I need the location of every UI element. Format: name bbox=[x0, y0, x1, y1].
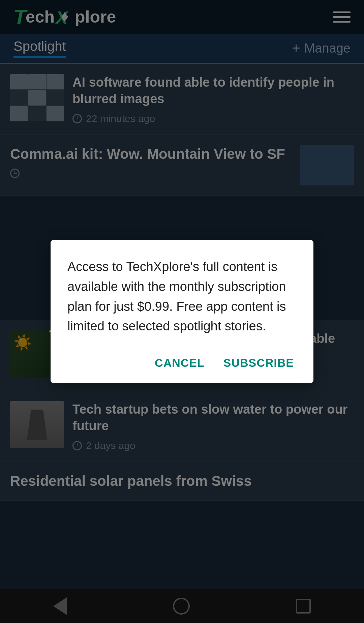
dialog-message: Access to TechXplore's full content is a… bbox=[67, 257, 297, 336]
subscribe-button[interactable]: SUBSCRIBE bbox=[221, 353, 297, 373]
modal-overlay: Access to TechXplore's full content is a… bbox=[0, 0, 364, 623]
dialog-actions: CANCEL SUBSCRIBE bbox=[67, 353, 297, 373]
subscription-dialog: Access to TechXplore's full content is a… bbox=[51, 240, 313, 383]
cancel-button[interactable]: CANCEL bbox=[152, 353, 207, 373]
